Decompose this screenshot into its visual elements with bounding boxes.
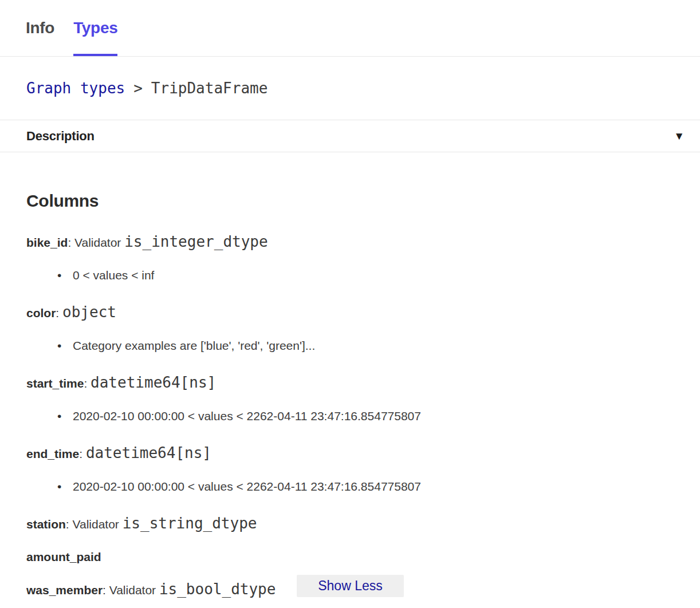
tab-bar: Info Types bbox=[0, 0, 700, 57]
breadcrumb-link-graph-types[interactable]: Graph types bbox=[26, 80, 125, 97]
column-dtype-code: datetime64[ns] bbox=[91, 374, 216, 391]
constraint-item: •0 < values < inf bbox=[26, 267, 674, 283]
column-descriptor: : bbox=[79, 447, 86, 460]
constraint-text: 2020-02-10 00:00:00 < values < 2262-04-1… bbox=[73, 409, 421, 423]
column-dtype-code: is_string_dtype bbox=[123, 515, 257, 532]
column-name: start_time bbox=[26, 377, 84, 390]
column-dtype-code: is_integer_dtype bbox=[124, 233, 268, 250]
tab-types[interactable]: Types bbox=[73, 0, 117, 56]
bullet-icon: • bbox=[57, 479, 73, 494]
column-dtype-code: datetime64[ns] bbox=[86, 444, 211, 461]
column-entry-bike_id: bike_id: Validator is_integer_dtype bbox=[26, 234, 674, 250]
columns-section: Columns bike_id: Validator is_integer_dt… bbox=[0, 152, 700, 598]
column-name: amount_paid bbox=[26, 550, 101, 563]
column-descriptor: : Validator bbox=[66, 518, 123, 531]
column-name: color bbox=[26, 306, 56, 319]
breadcrumb-separator: > bbox=[133, 80, 143, 97]
constraint-item: •2020-02-10 00:00:00 < values < 2262-04-… bbox=[26, 479, 674, 494]
column-entry-start_time: start_time: datetime64[ns] bbox=[26, 375, 674, 391]
column-dtype-code: object bbox=[62, 303, 116, 321]
column-descriptor: : bbox=[56, 306, 62, 319]
types-page: Info Types Graph types > TripDataFrame D… bbox=[0, 0, 700, 608]
constraint-item: •2020-02-10 00:00:00 < values < 2262-04-… bbox=[26, 408, 674, 424]
column-entry-end_time: end_time: datetime64[ns] bbox=[26, 445, 674, 461]
column-dtype-code: is_bool_dtype bbox=[159, 582, 276, 598]
tab-types-label: Types bbox=[73, 19, 117, 37]
description-section-header[interactable]: Description ▼ bbox=[0, 120, 700, 152]
column-descriptor: : Validator bbox=[103, 583, 159, 597]
show-less-button[interactable]: Show Less bbox=[297, 575, 404, 597]
breadcrumb: Graph types > TripDataFrame bbox=[0, 57, 700, 120]
column-name: bike_id bbox=[26, 236, 68, 249]
columns-heading: Columns bbox=[26, 192, 674, 210]
column-descriptor: : Validator bbox=[68, 236, 124, 249]
constraint-text: Category examples are ['blue', 'red', 'g… bbox=[73, 339, 315, 352]
constraint-text: 2020-02-10 00:00:00 < values < 2262-04-1… bbox=[73, 480, 421, 493]
column-entry-amount_paid: amount_paid bbox=[26, 549, 674, 564]
column-entry-was_member: was_member: Validator is_bool_dtype bbox=[26, 582, 297, 598]
column-entry-station: station: Validator is_string_dtype bbox=[26, 516, 674, 532]
constraint-item: •Category examples are ['blue', 'red', '… bbox=[26, 338, 674, 353]
constraint-text: 0 < values < inf bbox=[73, 269, 154, 282]
description-label: Description bbox=[26, 129, 95, 144]
breadcrumb-current-tripdataframe: TripDataFrame bbox=[151, 80, 268, 97]
tab-info[interactable]: Info bbox=[26, 0, 54, 56]
column-name: end_time bbox=[26, 447, 79, 460]
column-entries-list: bike_id: Validator is_integer_dtype•0 < … bbox=[26, 234, 674, 598]
chevron-down-icon[interactable]: ▼ bbox=[674, 131, 685, 141]
column-name: was_member bbox=[26, 583, 103, 597]
column-name: station bbox=[26, 518, 66, 531]
column-descriptor: : bbox=[84, 377, 91, 390]
bullet-icon: • bbox=[57, 408, 73, 424]
column-entry-color: color: object bbox=[26, 305, 674, 321]
tab-info-label: Info bbox=[26, 19, 54, 37]
bullet-icon: • bbox=[57, 338, 73, 353]
bullet-icon: • bbox=[57, 267, 73, 283]
